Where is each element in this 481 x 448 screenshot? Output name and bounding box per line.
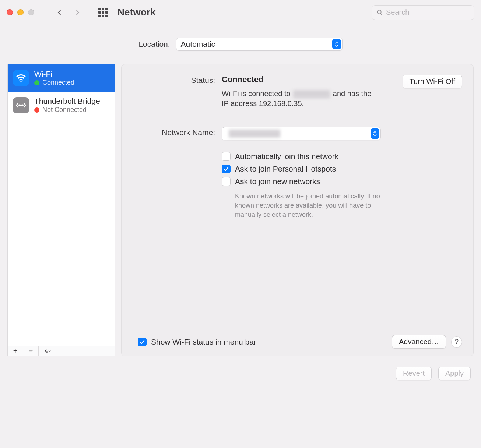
show-all-icon[interactable] <box>98 8 108 17</box>
back-icon[interactable] <box>56 9 63 16</box>
search-input[interactable] <box>386 8 470 17</box>
apply-button[interactable]: Apply <box>438 367 471 380</box>
select-stepper-icon <box>332 39 341 49</box>
more-actions-button[interactable] <box>39 346 57 356</box>
status-dot-icon <box>34 107 39 113</box>
zoom-window <box>28 9 34 15</box>
ask-hotspots-row[interactable]: Ask to join Personal Hotspots <box>222 165 462 173</box>
window-toolbar: Network <box>0 0 481 25</box>
page-title: Network <box>117 7 156 18</box>
close-window[interactable] <box>7 9 13 15</box>
status-label: Status: <box>133 75 215 109</box>
search-icon <box>376 9 383 16</box>
service-sidebar: Wi-Fi Connected Thunderbolt Bridge Not C… <box>7 64 115 356</box>
checkbox-show-menubar[interactable] <box>138 338 147 346</box>
add-service-button[interactable]: + <box>8 346 23 356</box>
show-menubar-label: Show Wi-Fi status in menu bar <box>151 338 256 346</box>
svg-point-3 <box>19 105 20 106</box>
service-list: Wi-Fi Connected Thunderbolt Bridge Not C… <box>8 64 115 346</box>
status-description: Wi-Fi is connected to and has the IP add… <box>222 89 376 109</box>
minimize-window[interactable] <box>17 9 24 15</box>
ask-hotspots-label: Ask to join Personal Hotspots <box>235 165 336 173</box>
svg-point-8 <box>46 351 47 351</box>
checkbox-ask-hotspots[interactable] <box>222 165 231 173</box>
ask-new-label: Ask to join new networks <box>235 177 320 186</box>
more-icon <box>45 348 51 354</box>
window-controls <box>7 9 34 15</box>
status-row: Status: Connected Wi-Fi is connected to … <box>133 75 462 109</box>
sidebar-footer: + − <box>8 346 115 356</box>
network-name-row: Network Name: Automatically join this ne… <box>133 127 462 220</box>
status-value: Connected <box>222 75 376 84</box>
footer-buttons: Revert Apply <box>0 356 481 380</box>
auto-join-label: Automatically join this network <box>235 152 338 161</box>
service-item-thunderbolt[interactable]: Thunderbolt Bridge Not Connected <box>8 92 115 119</box>
location-value: Automatic <box>181 40 215 49</box>
location-label: Location: <box>138 40 170 49</box>
svg-point-4 <box>21 105 22 106</box>
svg-point-5 <box>22 105 23 106</box>
service-status: Connected <box>42 79 74 87</box>
search-field[interactable] <box>372 5 474 20</box>
auto-join-row[interactable]: Automatically join this network <box>222 152 462 161</box>
service-name: Wi-Fi <box>34 70 74 78</box>
svg-point-7 <box>46 351 46 351</box>
wifi-icon <box>13 70 29 86</box>
thunderbolt-icon <box>13 97 29 113</box>
detail-bottom-row: Show Wi-Fi status in menu bar Advanced… … <box>133 335 462 349</box>
advanced-button[interactable]: Advanced… <box>392 335 446 349</box>
location-select[interactable]: Automatic <box>176 38 343 51</box>
forward-icon <box>74 9 81 16</box>
select-stepper-icon <box>371 128 379 139</box>
service-name: Thunderbolt Bridge <box>34 97 100 105</box>
svg-line-1 <box>380 13 382 15</box>
ask-new-row[interactable]: Ask to join new networks <box>222 177 462 186</box>
redacted-ssid <box>293 90 330 98</box>
status-dot-icon <box>34 80 39 85</box>
checkbox-auto-join[interactable] <box>222 152 231 161</box>
turn-wifi-off-button[interactable]: Turn Wi-Fi Off <box>403 75 462 88</box>
service-status: Not Connected <box>42 106 87 114</box>
svg-point-2 <box>20 81 22 82</box>
svg-point-9 <box>47 351 47 351</box>
location-row: Location: Automatic <box>0 25 481 64</box>
remove-service-button[interactable]: − <box>23 346 39 356</box>
ask-new-help: Known networks will be joined automatica… <box>235 192 390 220</box>
help-button[interactable]: ? <box>451 336 462 348</box>
checkmark-icon <box>223 166 229 172</box>
checkmark-icon <box>139 339 145 345</box>
show-menubar-row[interactable]: Show Wi-Fi status in menu bar <box>138 338 387 346</box>
nav-arrows <box>56 9 81 16</box>
network-name-select[interactable] <box>222 127 381 140</box>
network-name-label: Network Name: <box>133 127 215 220</box>
checkbox-ask-new[interactable] <box>222 177 231 186</box>
service-item-wifi[interactable]: Wi-Fi Connected <box>8 64 115 92</box>
svg-point-0 <box>377 10 381 14</box>
detail-pane: Status: Connected Wi-Fi is connected to … <box>121 64 474 356</box>
revert-button[interactable]: Revert <box>396 367 432 380</box>
redacted-network-name <box>229 130 280 138</box>
